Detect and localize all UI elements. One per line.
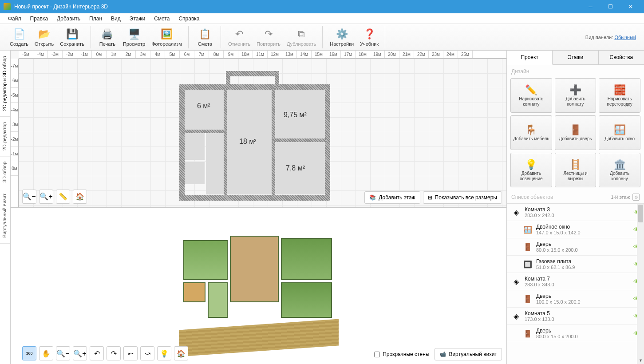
zoom-in-3d-button[interactable]: 🔍+ [73,346,87,360]
zoom-out-3d-button[interactable]: 🔍− [56,346,70,360]
scroll-down-icon[interactable]: ▼ [637,357,644,364]
tilt-up-button[interactable]: ⤺ [123,346,138,360]
measure-tool[interactable]: 📏 [56,190,70,204]
object-type-icon: 🔲 [523,259,533,269]
object-item[interactable]: ◈Комната 7283.0 x 343.0👁 [507,273,644,290]
window-title: Новый проект - Дизайн Интерьера 3D [14,4,581,10]
menu-estimate[interactable]: Смета [150,14,174,24]
tab-2d-3d-combined[interactable]: 2D-редактор и 3D-обзор [0,51,10,117]
design-button-4[interactable]: 🚪Добавить дверь [555,115,597,150]
design-button-3[interactable]: 🪑Добавить мебель [510,115,552,150]
toolbar-preview[interactable]: 🖥️Просмотр [120,27,148,47]
menu-edit[interactable]: Правка [26,14,53,24]
object-type-icon: 🚪 [523,328,533,338]
menu-plan[interactable]: План [85,14,107,24]
toolbar-tutorial[interactable]: ❓Учебник [357,27,381,47]
toolbar-photorealism[interactable]: 🖼️Фотореализм [149,27,185,47]
menu-help[interactable]: Справка [174,14,204,24]
scrollbar[interactable]: ▲ ▼ [637,204,644,364]
object-item[interactable]: ◈Комната 5173.0 x 133.0👁 [507,308,644,325]
scroll-thumb[interactable] [638,205,643,222]
object-item[interactable]: 🔲Газовая плита51.0 x 62.1 x 86.9👁 [507,256,644,273]
design-button-8[interactable]: 🏛️Добавить колонну [599,153,640,187]
menu-file[interactable]: Файл [4,14,26,24]
3d-model[interactable] [179,222,339,338]
orbit-360-button[interactable]: 360 [22,346,36,360]
tab-properties[interactable]: Свойства [599,51,644,64]
design-button-label: Добавить мебель [513,136,549,142]
close-button[interactable]: ✕ [620,0,640,13]
floorplan[interactable]: 6 м² 18 м² 9,75 м² 7,8 м² [179,71,330,204]
object-type-icon: 🪟 [523,225,533,234]
toolbar-open[interactable]: 📂Открыть [32,27,56,47]
ruler-tick: -4м [33,51,48,58]
design-button-5[interactable]: 🪟Добавить окно [599,115,640,150]
zoom-in-button[interactable]: 🔍+ [39,190,53,204]
design-button-6[interactable]: 💡Добавить освещение [510,153,552,187]
minimize-button[interactable]: ─ [581,0,601,13]
toolbar-duplicate: ⧉Дублировать [284,27,319,47]
menu-add[interactable]: Добавить [52,14,85,24]
ruler-tick: -3м [11,117,18,132]
toolbar-create[interactable]: 📄Создать [7,27,31,47]
app-icon [4,3,11,10]
clipboard-icon: 📋 [199,28,211,40]
design-button-icon: 🪜 [569,158,581,171]
ruler-tick: -5м [11,88,18,103]
panel-mode-link[interactable]: Обычный [614,35,636,40]
tilt-down-button[interactable]: ⤻ [140,346,154,360]
ruler-tick: 25м [458,51,473,58]
object-dimensions: 80.0 x 15.0 x 200.0 [536,247,633,253]
tab-virtual-visit[interactable]: Виртуальный визит [0,188,10,244]
design-button-2[interactable]: 🧱Нарисовать перегородку [599,78,640,113]
toolbar-settings[interactable]: ⚙️Настройки [327,27,356,47]
toolbar-print[interactable]: 🖨️Печать [95,27,119,47]
object-list[interactable]: ◈Комната 3283.0 x 242.0👁🪟Двойное окно147… [507,203,644,364]
folder-open-icon: 📂 [38,28,51,40]
pan-tool[interactable]: ✋ [39,346,53,360]
menu-floors[interactable]: Этажи [125,14,150,24]
tab-project[interactable]: Проект [507,51,553,65]
design-button-icon: 🪑 [525,124,537,136]
object-list-settings-icon[interactable]: ⚙ [632,194,640,201]
home-view-button[interactable]: 🏠 [73,190,87,204]
design-button-7[interactable]: 🪜Лестницы и вырезы [555,153,597,187]
object-name: Двойное окно [536,224,633,230]
ruler-tick: 18м [356,51,370,58]
transparent-walls-checkbox[interactable]: Прозрачные стены [374,351,429,357]
title-bar: Новый проект - Дизайн Интерьера 3D ─ ☐ ✕ [0,0,644,13]
show-dimensions-button[interactable]: ⊞Показывать все размеры [423,191,502,204]
left-view-tabs: 2D-редактор и 3D-обзор 2D-редактор 3D-об… [0,51,11,364]
object-item[interactable]: 🪟Двойное окно147.0 x 15.0 x 142.0👁 [507,221,644,238]
virtual-visit-button[interactable]: 📹Виртуальный визит [435,348,502,360]
lighting-toggle[interactable]: 💡 [157,346,171,360]
menu-view[interactable]: Вид [107,14,125,24]
toolbar-save[interactable]: 💾Сохранить [57,27,87,47]
pane-2d[interactable]: -5м-4м-3м-2м-1м0м1м2м3м4м5м6м7м8м9м10м11… [11,51,506,207]
pane-3d[interactable]: 360 ✋ 🔍− 🔍+ ↶ ↷ ⤺ ⤻ 💡 🏠 Прозрачные стены… [11,207,506,364]
toolbar-estimate[interactable]: 📋Смета [193,27,217,47]
design-button-1[interactable]: ➕Добавить комнату [555,78,597,113]
add-floor-button[interactable]: 📚Добавить этаж [364,191,420,204]
tab-2d-editor[interactable]: 2D-редактор [0,117,10,156]
home-3d-button[interactable]: 🏠 [174,346,188,360]
object-item[interactable]: 🚪Дверь80.0 x 15.0 x 200.0👁 [507,325,644,342]
design-button-0[interactable]: ✏️Нарисовать комнату [510,78,552,113]
zoom-out-button[interactable]: 🔍− [22,190,36,204]
rotate-right-button[interactable]: ↷ [107,346,121,360]
tab-3d-overview[interactable]: 3D-обзор [0,156,10,188]
dimensions-icon: ⊞ [428,194,432,201]
layers-icon: 📚 [369,194,376,201]
design-button-icon: 🪟 [614,124,626,136]
object-item[interactable]: ◈Комната 3283.0 x 242.0👁 [507,204,644,221]
maximize-button[interactable]: ☐ [601,0,620,13]
object-item[interactable]: 🚪Дверь80.0 x 15.0 x 200.0👁 [507,238,644,256]
tab-floors[interactable]: Этажи [553,51,598,64]
object-type-icon: ◈ [511,207,521,217]
room-label-2: 18 м² [239,138,257,146]
ruler-tick: -2м [11,132,18,146]
room-label-1: 6 м² [197,102,210,110]
rotate-left-button[interactable]: ↶ [90,346,104,360]
ruler-tick: -2м [63,51,77,58]
object-item[interactable]: 🚪Дверь100.0 x 15.0 x 200.0👁 [507,290,644,308]
